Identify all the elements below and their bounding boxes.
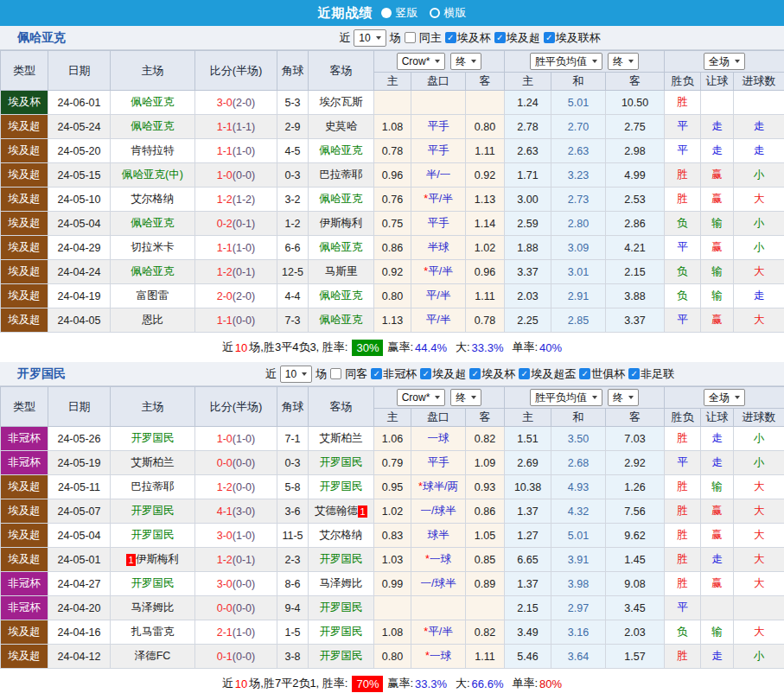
fulltime-score: 4-1 (217, 505, 233, 518)
subcol-avg-home: 主 (505, 409, 551, 427)
recent-count-select[interactable]: 10 (280, 366, 312, 383)
league-checkbox-1[interactable]: ✓ (494, 32, 506, 43)
handicap-cell: 一/球半 (411, 499, 466, 524)
avg-away-cell: 7.03 (606, 427, 665, 451)
match-row: 埃及超24-05-04开罗国民3-0(1-0)11-5艾尔格纳0.83球半1.0… (1, 524, 784, 548)
avg-odds-select[interactable]: 胜平负均值 (530, 53, 602, 70)
wdl-result-cell: 胜 (665, 548, 701, 572)
handicap-name: 球半/两 (423, 480, 458, 493)
team-link: 马斯里 (325, 265, 358, 277)
league-type-cell: 埃及超 (1, 139, 48, 163)
team-link: 开罗国民 (131, 505, 175, 517)
date-cell: 24-05-11 (48, 475, 111, 499)
score-cell: 3-0(0-0) (195, 572, 277, 596)
team-link: 恩比 (142, 314, 163, 326)
league-checkbox-0[interactable]: ✓ (445, 32, 456, 43)
scope-select[interactable]: 全场 (704, 53, 745, 70)
handicap-cell (411, 91, 466, 115)
halftime-score: (0-0) (233, 169, 255, 181)
league-type-cell: 埃及超 (1, 212, 48, 236)
match-row: 埃及超24-04-12泽德FC0-1(0-0)3-8开罗国民0.80*一球1.1… (1, 645, 784, 669)
handicap-name: 平/半 (428, 193, 452, 205)
avg-draw-cell: 2.63 (551, 139, 606, 163)
corner-cell: 9-4 (277, 596, 309, 620)
avg-odds-select[interactable]: 胜平负均值 (530, 389, 602, 406)
home-team-cell: 泽德FC (111, 645, 195, 669)
recent-count-select[interactable]: 10 (354, 29, 386, 47)
horizontal-layout-radio[interactable] (430, 8, 440, 18)
corner-cell: 12-5 (277, 260, 309, 284)
odds-source-select[interactable]: Crow* (397, 53, 446, 70)
wdl-result-cell: 胜 (665, 188, 701, 212)
odds-final-select[interactable]: 终 (450, 389, 481, 406)
league-checkbox-1[interactable]: ✓ (420, 368, 431, 379)
result-flag: 输 (711, 217, 723, 229)
home-team-cell: 肯特拉特 (111, 139, 195, 163)
away-odds-cell: 0.85 (466, 548, 505, 572)
away-odds-cell: 1.13 (466, 188, 505, 212)
league-checkbox-0[interactable]: ✓ (371, 368, 382, 379)
handicap-cell: 球半 (411, 524, 466, 548)
odds-source-select[interactable]: Crow* (397, 389, 446, 406)
result-flag: 胜 (677, 432, 688, 444)
avg-away-cell: 1.45 (606, 548, 665, 572)
goals-result-cell (734, 91, 784, 115)
corner-cell: 5-8 (277, 475, 309, 499)
league-checkbox-2[interactable]: ✓ (469, 368, 481, 379)
team-link: 佩哈亚克 (131, 120, 175, 132)
avg-away-cell: 2.75 (606, 115, 665, 139)
odds-final-select[interactable]: 终 (450, 53, 481, 70)
home-team-cell: 开罗国民 (111, 499, 195, 524)
score-cell: 0-0(0-0) (195, 451, 277, 475)
goals-result-cell: 小 (734, 451, 784, 475)
handicap-result-cell: 走 (701, 427, 734, 451)
same-away-checkbox[interactable] (330, 368, 341, 379)
win-rate-badge: 70% (352, 676, 383, 692)
vertical-layout-radio[interactable] (381, 8, 392, 18)
avg-final-select[interactable]: 终 (608, 389, 639, 406)
team-link: 巴拉蒂耶 (131, 480, 175, 493)
same-home-checkbox[interactable] (405, 32, 416, 43)
goals-result-cell: 小 (734, 645, 784, 669)
avg-away-cell: 1.26 (606, 475, 665, 499)
fulltime-score: 0-0 (217, 457, 233, 469)
result-flag: 走 (711, 432, 723, 444)
col-score: 比分(半场) (195, 387, 277, 427)
league-type-cell: 埃及超 (1, 236, 48, 260)
avg-final-select[interactable]: 终 (608, 53, 639, 70)
league-checkbox-4[interactable]: ✓ (579, 368, 590, 379)
home-odds-cell (374, 91, 411, 115)
league-checkbox-2[interactable]: ✓ (544, 32, 555, 43)
games-label: 场 (316, 366, 327, 382)
match-row: 埃及超24-05-11巴拉蒂耶1-2(0-0)5-8开罗国民0.95*球半/两0… (1, 475, 784, 499)
team-link: 艾尔格纳 (320, 529, 363, 541)
score-cell: 1-0(0-0) (195, 163, 277, 188)
away-team-cell: 埃尔瓦斯 (309, 91, 374, 115)
result-flag: 大 (754, 505, 765, 517)
subcol-away-odds: 客 (466, 73, 505, 91)
avg-home-cell: 6.65 (505, 548, 551, 572)
date-cell: 24-04-19 (48, 284, 111, 308)
score-cell: 1-1(0-0) (195, 308, 277, 333)
match-row: 埃及超24-05-24佩哈亚克1-1(1-1)2-9史莫哈1.08平手0.802… (1, 115, 784, 139)
avg-away-cell: 7.56 (606, 499, 665, 524)
handicap-name: 平/半 (426, 289, 450, 302)
avg-draw-cell: 3.91 (551, 548, 606, 572)
avg-draw-cell: 2.85 (551, 308, 606, 333)
handicap-cell: 平手 (411, 212, 466, 236)
league-checkbox-3[interactable]: ✓ (519, 368, 530, 379)
handicap-cell: *一球 (411, 548, 466, 572)
home-team-cell: 佩哈亚克 (111, 260, 195, 284)
halftime-score: (0-0) (233, 651, 255, 663)
avg-away-cell: 3.45 (606, 596, 665, 620)
subcol-away-odds: 客 (466, 409, 505, 427)
scope-select[interactable]: 全场 (704, 389, 745, 406)
fulltime-score: 1-0 (217, 433, 233, 445)
team-section-home: 佩哈亚克 近 10 场 同主 ✓埃及杯 ✓埃及超 ✓埃及联杯 类型 日期 主场 … (0, 26, 784, 362)
result-flag: 输 (711, 265, 723, 277)
home-odds-cell: 0.92 (374, 260, 411, 284)
result-flag: 输 (711, 480, 723, 493)
chevron-down-icon (628, 60, 634, 63)
fulltime-score: 0-0 (217, 602, 233, 614)
league-checkbox-5[interactable]: ✓ (628, 368, 640, 379)
